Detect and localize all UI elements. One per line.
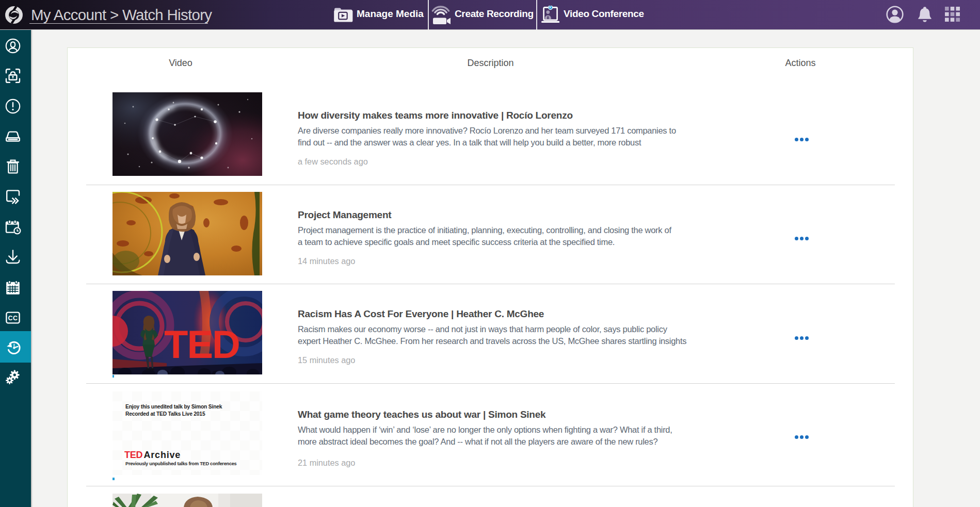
svg-text:Previously unpublished talks f: Previously unpublished talks from TED co… <box>125 461 237 466</box>
svg-text:Recorded at TED Talks Live 201: Recorded at TED Talks Live 2015 <box>125 411 205 417</box>
svg-text:TED: TED <box>124 450 142 460</box>
svg-text:Archive: Archive <box>144 450 181 460</box>
svg-text:Enjoy this unedited talk by Si: Enjoy this unedited talk by Simon Sinek <box>125 404 222 410</box>
svg-text:TED: TED <box>164 322 239 366</box>
svg-text:CC: CC <box>8 315 18 322</box>
